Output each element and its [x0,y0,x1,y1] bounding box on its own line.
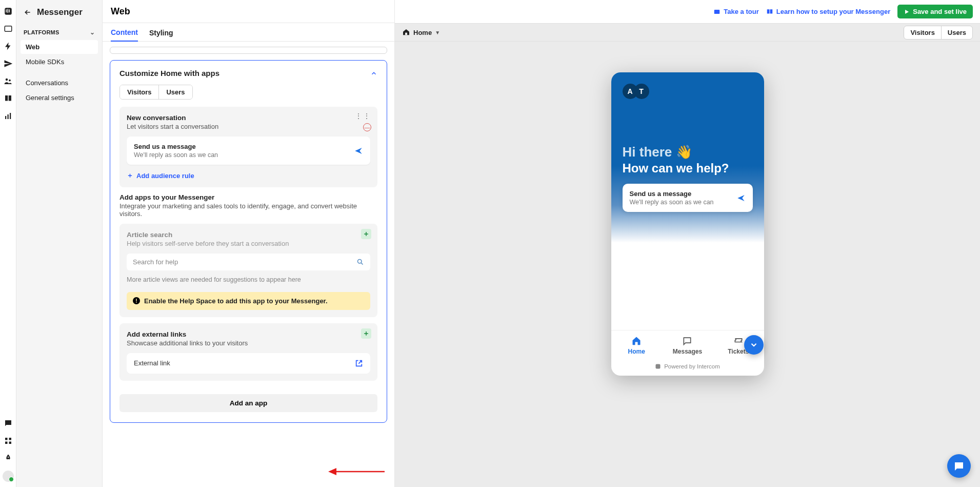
block-title: New conversation [127,114,370,122]
svg-rect-3 [9,9,10,12]
main: Web Content Styling Customize Home with … [103,0,980,487]
chat-icon[interactable] [3,418,13,428]
app-logo-icon[interactable] [3,6,13,16]
send-arrow-icon [736,193,746,203]
nav-home[interactable]: Home [611,330,662,359]
messenger-bottom-nav: Home Messages Tickets [611,330,764,359]
messenger-launcher-fab[interactable] [947,454,971,478]
block-title: Add external links [127,330,370,338]
preview-toolbar: Home ▼ Visitors Users [395,23,980,42]
back-arrow-icon[interactable] [24,8,32,16]
preview-audience-segment: Visitors Users [904,26,973,40]
sidebar-item-general-settings[interactable]: General settings [21,91,98,105]
svg-point-15 [358,260,362,264]
add-apps-heading: Add apps to your Messenger [119,193,377,201]
team-avatars: A T [623,84,753,99]
messenger-collapse-fab[interactable] [744,335,764,355]
svg-rect-2 [7,9,8,13]
remove-block-button[interactable]: ― [363,123,371,131]
search-for-help-input[interactable]: Search for help [127,254,370,270]
drag-handle-icon[interactable]: ⋮⋮ [355,112,371,120]
svg-rect-4 [5,26,12,32]
external-links-block: ＋ Add external links Showcase additional… [119,323,377,381]
sidebar-item-conversations[interactable]: Conversations [21,76,98,90]
config-tabs: Content Styling [103,23,394,42]
chevron-down-icon: ▼ [435,30,440,35]
avatar: T [634,84,649,99]
svg-rect-20 [656,364,661,369]
customize-home-card: Customize Home with apps Visitors Users … [110,60,387,423]
user-avatar[interactable] [3,471,14,482]
svg-marker-17 [328,468,336,475]
message-card[interactable]: Send us a message We'll reply as soon as… [127,137,370,165]
sidebar-item-web[interactable]: Web [21,40,98,54]
send-arrow-icon [354,146,363,155]
collapse-chevron-icon[interactable] [370,70,377,77]
block-title: Article search [127,231,370,239]
external-link-icon [355,359,363,367]
people-icon[interactable] [3,76,13,86]
svg-point-6 [9,80,11,82]
tab-content[interactable]: Content [111,28,138,42]
add-apps-sub: Integrate your marketing and sales tools… [119,202,377,218]
warning-icon: ! [133,297,140,304]
preview-message-card[interactable]: Send us a message We'll reply as soon as… [623,184,753,212]
save-and-set-live-button[interactable]: Save and set live [897,5,973,18]
sidebar: Messenger PLATFORMS ⌄ Web Mobile SDKs Co… [16,0,103,487]
inbox-icon[interactable] [3,24,13,34]
collapsed-card[interactable] [110,47,387,54]
card-title: Customize Home with apps [119,69,219,77]
send-icon[interactable] [3,59,13,69]
plus-icon: ＋ [127,171,133,180]
external-link-item[interactable]: External link [127,353,370,374]
svg-rect-13 [9,442,11,444]
nav-messages[interactable]: Messages [662,330,713,359]
take-a-tour-link[interactable]: Take a tour [713,8,758,15]
add-block-button[interactable]: ＋ [361,229,371,239]
learn-setup-link[interactable]: Learn how to setup your Messenger [766,8,891,15]
sidebar-title: Messenger [37,7,83,17]
config-panel: Web Content Styling Customize Home with … [103,0,395,487]
sidebar-section-platforms[interactable]: PLATFORMS ⌄ [16,27,102,38]
annotation-arrow [328,465,385,478]
chevron-down-icon: ⌄ [90,29,95,36]
book-icon[interactable] [3,93,13,104]
add-an-app-button[interactable]: Add an app [119,394,377,412]
apps-icon[interactable] [3,436,13,446]
block-subtitle: Let visitors start a conversation [127,123,370,130]
preview-seg-visitors[interactable]: Visitors [904,26,941,39]
seg-visitors[interactable]: Visitors [120,85,158,99]
svg-rect-11 [9,438,11,440]
svg-rect-1 [6,9,7,12]
search-icon [356,258,364,266]
icon-rail [0,0,16,487]
wave-emoji: 👋 [676,144,692,160]
svg-rect-9 [10,113,11,119]
svg-rect-18 [714,9,720,13]
chart-icon[interactable] [3,111,13,121]
config-scroll[interactable]: Customize Home with apps Visitors Users … [103,42,394,487]
article-search-block: ＋ Article search Help visitors self-serv… [119,224,377,317]
add-audience-rule-link[interactable]: ＋ Add audience rule [127,171,370,180]
greeting-text: Hi there 👋 [623,144,753,160]
preview-panel: Take a tour Learn how to setup your Mess… [395,0,980,487]
svg-point-5 [5,79,8,81]
powered-by[interactable]: Powered by Intercom [611,359,764,376]
sidebar-item-mobile-sdks[interactable]: Mobile SDKs [21,55,98,69]
preview-seg-users[interactable]: Users [941,26,972,39]
page-title: Web [111,6,130,17]
svg-rect-12 [5,442,8,444]
add-block-button[interactable]: ＋ [361,328,371,339]
bolt-icon[interactable] [3,41,13,51]
audience-segment: Visitors Users [119,85,193,100]
seg-users[interactable]: Users [158,85,192,99]
svg-rect-7 [5,116,6,119]
svg-rect-8 [7,114,8,119]
rocket-icon[interactable] [3,453,13,463]
messenger-preview: A T Hi there 👋 How can we help? Send us … [611,72,764,376]
block-subtitle: Help visitors self-serve before they sta… [127,240,370,247]
search-hint: More article views are needed for sugges… [127,276,370,285]
preview-stage: A T Hi there 👋 How can we help? Send us … [395,42,980,487]
preview-view-selector[interactable]: Home ▼ [402,28,440,36]
tab-styling[interactable]: Styling [149,29,173,41]
